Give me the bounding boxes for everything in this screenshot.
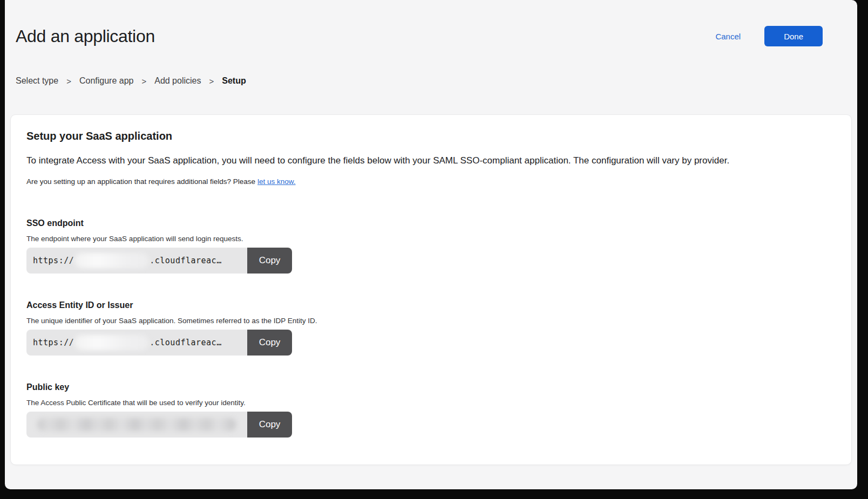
page-header: Add an application Cancel Done: [5, 0, 857, 46]
breadcrumb-separator: >: [209, 77, 214, 86]
field-label: Access Entity ID or Issuer: [26, 300, 835, 310]
done-button[interactable]: Done: [764, 26, 823, 46]
field-value-suffix: .cloudflareac…: [150, 338, 221, 347]
field-row: https:// .cloudflareac… Copy: [26, 330, 292, 356]
field-sso-endpoint: SSO endpoint The endpoint where your Saa…: [26, 218, 835, 274]
field-value-suffix: .cloudflareac…: [150, 256, 221, 265]
redacted-blur: [74, 335, 149, 350]
field-access-entity-id-or-issuer: Access Entity ID or Issuer The unique id…: [26, 300, 835, 356]
let-us-know-link[interactable]: let us know.: [257, 177, 296, 186]
field-label: SSO endpoint: [26, 218, 835, 228]
app-screen: Add an application Cancel Done Select ty…: [5, 0, 857, 489]
copy-button[interactable]: Copy: [247, 412, 292, 438]
field-row: https:// .cloudflareac… Copy: [26, 248, 292, 274]
card-intro: To integrate Access with your SaaS appli…: [26, 155, 835, 167]
field-value: https:// .cloudflareac…: [26, 330, 247, 356]
breadcrumb-item-configure-app[interactable]: Configure app: [79, 76, 134, 86]
copy-button[interactable]: Copy: [247, 330, 292, 356]
header-actions: Cancel Done: [715, 26, 823, 46]
setup-card: Setup your SaaS application To integrate…: [10, 114, 852, 465]
field-description: The unique identifier of your SaaS appli…: [26, 317, 835, 325]
page-title: Add an application: [16, 26, 155, 46]
copy-button[interactable]: Copy: [247, 248, 292, 274]
field-label: Public key: [26, 382, 835, 392]
redacted-blur: [37, 418, 236, 431]
field-value-prefix: https://: [33, 256, 74, 265]
field-description: The endpoint where your SaaS application…: [26, 235, 835, 243]
redacted-blur: [74, 253, 149, 268]
breadcrumb-item-setup[interactable]: Setup: [222, 76, 246, 86]
card-title: Setup your SaaS application: [26, 130, 835, 142]
breadcrumb-separator: >: [66, 77, 71, 86]
breadcrumb-item-select-type[interactable]: Select type: [16, 76, 58, 86]
breadcrumb: Select type > Configure app > Add polici…: [16, 76, 857, 86]
breadcrumb-separator: >: [141, 77, 146, 86]
cancel-button[interactable]: Cancel: [715, 32, 741, 41]
field-value: [26, 412, 247, 438]
field-value: https:// .cloudflareac…: [26, 248, 247, 274]
card-note: Are you setting up an application that r…: [26, 177, 835, 186]
field-value-prefix: https://: [33, 338, 74, 347]
field-description: The Access Public Certificate that will …: [26, 399, 835, 407]
breadcrumb-item-add-policies[interactable]: Add policies: [154, 76, 201, 86]
field-public-key: Public key The Access Public Certificate…: [26, 382, 835, 438]
fields: SSO endpoint The endpoint where your Saa…: [26, 218, 835, 438]
field-row: Copy: [26, 412, 292, 438]
note-text: Are you setting up an application that r…: [26, 177, 255, 186]
